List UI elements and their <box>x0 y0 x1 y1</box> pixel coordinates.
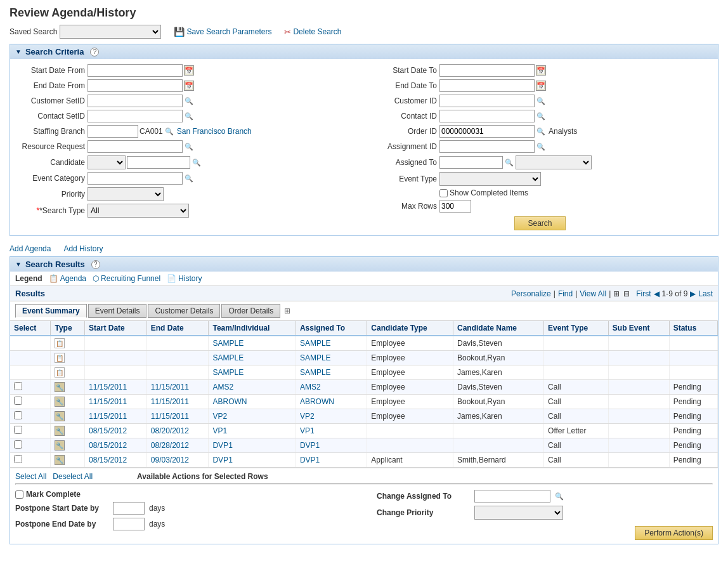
view-all-link[interactable]: View All <box>580 289 606 298</box>
change-assigned-to-input[interactable] <box>474 490 550 503</box>
team-link[interactable]: AMS2 <box>212 383 233 391</box>
personalize-link[interactable]: Personalize <box>511 289 551 298</box>
candidate-type-select[interactable] <box>88 155 126 169</box>
staffing-branch-search-icon[interactable]: 🔍 <box>164 126 174 136</box>
end-date-link[interactable]: 11/15/2011 <box>151 383 189 391</box>
resource-request-search-icon[interactable]: 🔍 <box>184 141 194 152</box>
start-date-to-cal-icon[interactable]: 📅 <box>536 65 546 76</box>
end-date-link[interactable]: 09/03/2012 <box>151 456 189 464</box>
end-date-link[interactable]: 11/15/2011 <box>151 397 189 406</box>
team-link[interactable]: VP2 <box>212 412 227 421</box>
resource-request-input[interactable] <box>88 140 183 153</box>
assigned-to-link[interactable]: AMS2 <box>300 383 321 391</box>
deselect-all-link[interactable]: Deselect All <box>53 472 93 481</box>
saved-search-select[interactable] <box>60 25 161 39</box>
history-type-icon[interactable]: 🔧 <box>55 382 65 392</box>
team-link[interactable]: SAMPLE <box>212 353 244 362</box>
customer-id-input[interactable] <box>439 95 535 107</box>
team-link[interactable]: DVP1 <box>212 441 232 450</box>
row-select-checkbox[interactable] <box>14 440 22 449</box>
contact-setid-search-icon[interactable]: 🔍 <box>184 111 194 121</box>
search-criteria-header[interactable]: ▼ Search Criteria ? <box>10 44 718 59</box>
search-results-header[interactable]: ▼ Search Results ? <box>10 257 718 272</box>
start-date-link[interactable]: 08/15/2012 <box>89 456 127 464</box>
end-date-link[interactable]: 08/28/2012 <box>151 441 189 450</box>
next-icon[interactable]: ▶ <box>690 289 696 298</box>
agenda-type-icon[interactable]: 📋 <box>55 338 65 348</box>
team-link[interactable]: VP1 <box>212 426 227 435</box>
end-date-from-cal-icon[interactable]: 📅 <box>184 81 194 91</box>
assigned-to-link[interactable]: DVP1 <box>300 456 320 464</box>
contact-id-input[interactable] <box>439 110 535 122</box>
delete-search-button[interactable]: ✂ Delete Search <box>284 27 341 37</box>
priority-select[interactable] <box>88 187 164 201</box>
end-date-link[interactable]: 08/20/2012 <box>151 426 189 435</box>
tab-customer-details[interactable]: Customer Details <box>148 304 220 318</box>
mark-complete-checkbox[interactable] <box>15 490 23 499</box>
history-legend-btn[interactable]: 📄 History <box>167 274 202 283</box>
staffing-branch-input[interactable] <box>88 125 138 138</box>
event-type-select[interactable] <box>439 172 541 186</box>
start-date-link[interactable]: 11/15/2011 <box>89 383 127 391</box>
row-select-checkbox[interactable] <box>14 397 22 405</box>
assignment-id-input[interactable] <box>439 140 535 153</box>
start-date-link[interactable]: 08/15/2012 <box>89 426 127 435</box>
history-type-icon[interactable]: 🔧 <box>55 411 65 421</box>
history-type-icon[interactable]: 🔧 <box>55 440 65 450</box>
assigned-to-link[interactable]: ABROWN <box>300 397 334 406</box>
perform-action-button[interactable]: Perform Action(s) <box>635 526 713 540</box>
team-link[interactable]: SAMPLE <box>212 368 244 377</box>
order-id-search-icon[interactable]: 🔍 <box>536 126 546 136</box>
tab-event-details[interactable]: Event Details <box>88 304 147 318</box>
customize-tabs-icon[interactable]: ⊞ <box>284 306 290 315</box>
search-type-select[interactable]: All <box>88 204 189 218</box>
event-category-search-icon[interactable]: 🔍 <box>184 173 194 183</box>
customer-setid-search-icon[interactable]: 🔍 <box>184 96 194 106</box>
max-rows-input[interactable] <box>439 200 471 213</box>
assignment-id-search-icon[interactable]: 🔍 <box>536 141 546 152</box>
assigned-to-link[interactable]: SAMPLE <box>300 339 331 348</box>
start-date-from-input[interactable] <box>88 64 183 77</box>
row-select-checkbox[interactable] <box>14 382 22 390</box>
history-type-icon[interactable]: 🔧 <box>55 426 65 436</box>
results-help-icon[interactable]: ? <box>91 260 100 269</box>
candidate-search-icon[interactable]: 🔍 <box>192 157 202 168</box>
show-completed-checkbox[interactable] <box>439 189 448 197</box>
team-link[interactable]: ABROWN <box>212 397 247 406</box>
assigned-to-link[interactable]: SAMPLE <box>300 368 331 377</box>
start-date-to-input[interactable] <box>439 64 535 77</box>
export-icon[interactable]: ⊟ <box>623 289 630 298</box>
search-button[interactable]: Search <box>514 216 565 230</box>
start-date-link[interactable]: 11/15/2011 <box>89 412 127 421</box>
assigned-to-link[interactable]: VP2 <box>300 412 315 421</box>
row-select-checkbox[interactable] <box>14 426 22 434</box>
add-agenda-link[interactable]: Add Agenda <box>10 244 51 253</box>
end-date-link[interactable]: 11/15/2011 <box>151 412 189 421</box>
postpone-end-input[interactable] <box>113 518 145 530</box>
start-date-link[interactable]: 11/15/2011 <box>89 397 127 406</box>
assigned-to-link[interactable]: DVP1 <box>300 441 320 450</box>
prev-icon[interactable]: ◀ <box>654 289 660 298</box>
first-link[interactable]: First <box>636 289 651 298</box>
agenda-legend-btn[interactable]: 📋 Agenda <box>49 274 86 283</box>
customer-id-search-icon[interactable]: 🔍 <box>536 96 546 106</box>
tab-event-summary[interactable]: Event Summary <box>15 304 87 318</box>
start-date-link[interactable]: 08/15/2012 <box>89 441 127 450</box>
save-search-params-button[interactable]: 💾 Save Search Parameters <box>174 27 271 37</box>
contact-setid-input[interactable] <box>88 110 183 122</box>
order-id-input[interactable] <box>439 125 535 138</box>
assigned-to-link[interactable]: SAMPLE <box>300 353 331 362</box>
select-all-link[interactable]: Select All <box>15 472 46 481</box>
grid-icon[interactable]: ⊞ <box>613 289 620 298</box>
change-assigned-to-search-icon[interactable]: 🔍 <box>554 491 564 501</box>
tab-order-details[interactable]: Order Details <box>221 304 280 318</box>
candidate-input[interactable] <box>127 156 190 169</box>
recruiting-funnel-legend-btn[interactable]: ⬡ Recruiting Funnel <box>93 274 160 283</box>
start-date-from-cal-icon[interactable]: 📅 <box>184 65 194 76</box>
end-date-to-input[interactable] <box>439 79 535 92</box>
team-link[interactable]: SAMPLE <box>212 339 244 348</box>
end-date-to-cal-icon[interactable]: 📅 <box>536 81 546 91</box>
assigned-to-select[interactable] <box>516 155 592 169</box>
staffing-branch-name-link[interactable]: San Francisco Branch <box>177 127 252 136</box>
team-link[interactable]: DVP1 <box>212 456 232 464</box>
